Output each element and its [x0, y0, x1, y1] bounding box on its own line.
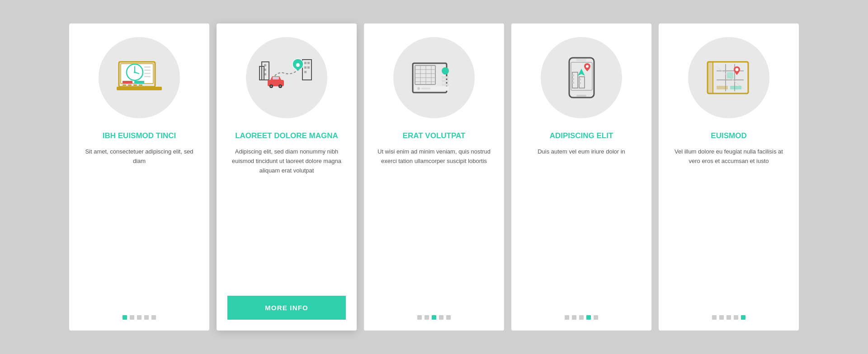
svg-rect-59: [572, 82, 574, 84]
laptop-clock-icon: [114, 57, 164, 98]
svg-rect-13: [144, 66, 151, 68]
card-5-title: EUISMOD: [711, 131, 746, 141]
svg-point-35: [279, 85, 281, 87]
card-3-footer: [375, 315, 493, 320]
card-5-dots: [712, 315, 745, 320]
card-4-icon-circle: [541, 37, 622, 118]
dot-3-1: [417, 315, 422, 320]
card-5: EUISMOD Vel illum dolore eu feugiat null…: [659, 23, 799, 331]
card-5-desc: Vel illum dolore eu feugiat nulla facili…: [670, 147, 788, 303]
svg-rect-26: [307, 62, 310, 64]
dot-5-5: [741, 315, 745, 320]
card-1: IBH EUISMOD TINCI Sit amet, consectetuer…: [69, 23, 209, 331]
card-2: LAOREET DOLORE MAGNA Adipiscing elit, se…: [217, 23, 357, 331]
more-info-button[interactable]: MORE INFO: [227, 296, 346, 320]
svg-point-29: [296, 63, 300, 67]
card-3-icon-circle: [393, 37, 475, 118]
dot-4-1: [565, 315, 569, 320]
svg-rect-8: [139, 84, 142, 86]
svg-point-45: [442, 67, 449, 75]
svg-rect-27: [307, 66, 310, 69]
svg-rect-58: [572, 78, 574, 80]
card-1-footer: [80, 315, 198, 320]
svg-rect-46: [442, 76, 449, 79]
dot-3-3: [432, 315, 436, 320]
card-1-dots: [123, 315, 156, 320]
svg-rect-47: [442, 80, 449, 82]
card-2-title: LAOREET DOLORE MAGNA: [235, 131, 338, 141]
svg-rect-14: [144, 70, 151, 71]
svg-rect-4: [134, 81, 144, 84]
card-4-desc: Duis autem vel eum iriure dolor in: [538, 147, 625, 303]
svg-rect-49: [415, 86, 449, 91]
card-2-desc: Adipiscing elit, sed diam nonummy nibh e…: [227, 147, 346, 283]
dot-4-5: [594, 315, 598, 320]
dot-3-5: [446, 315, 451, 320]
svg-rect-51: [421, 88, 430, 89]
svg-rect-15: [144, 73, 151, 74]
phone-map-icon: [557, 54, 606, 102]
svg-rect-6: [128, 84, 132, 86]
svg-rect-73: [727, 72, 733, 79]
card-3-title: ERAT VOLUTPAT: [403, 131, 466, 141]
map-book-icon: [703, 55, 755, 100]
svg-rect-76: [730, 86, 741, 89]
card-2-icon-circle: [246, 37, 327, 118]
card-5-footer: [670, 315, 788, 320]
svg-point-50: [417, 87, 420, 90]
svg-point-33: [270, 85, 272, 87]
svg-rect-55: [576, 95, 586, 97]
svg-point-64: [586, 65, 589, 68]
svg-rect-66: [708, 62, 713, 93]
svg-rect-52: [569, 58, 594, 98]
svg-rect-62: [579, 82, 581, 84]
dot-4-4: [586, 315, 591, 320]
svg-rect-5: [123, 84, 126, 86]
dot-1-1: [123, 315, 127, 320]
svg-rect-2: [117, 87, 162, 90]
dot-4-2: [572, 315, 576, 320]
card-3: ERAT VOLUTPAT Ut wisi enim ad minim veni…: [364, 23, 504, 331]
dot-3-4: [439, 315, 443, 320]
svg-rect-7: [133, 84, 137, 86]
card-3-desc: Ut wisi enim ad minim veniam, quis nostr…: [375, 147, 493, 303]
svg-rect-48: [442, 84, 449, 86]
navigation-car-icon: [255, 48, 318, 107]
svg-rect-57: [572, 75, 574, 76]
card-4-dots: [565, 315, 598, 320]
card-1-desc: Sit amet, consectetuer adipiscing elit, …: [80, 147, 198, 303]
svg-rect-54: [576, 59, 586, 61]
svg-marker-63: [578, 69, 585, 76]
card-4: ADIPISCING ELIT Duis autem vel eum iriur…: [511, 23, 651, 331]
svg-rect-23: [304, 62, 307, 64]
card-4-footer: [522, 315, 641, 320]
svg-rect-61: [579, 79, 581, 80]
card-4-title: ADIPISCING ELIT: [550, 131, 613, 141]
svg-rect-31: [273, 77, 279, 79]
svg-rect-3: [123, 81, 132, 84]
dot-5-3: [726, 315, 731, 320]
svg-rect-75: [717, 86, 728, 89]
svg-rect-16: [144, 76, 151, 77]
dot-1-5: [151, 315, 156, 320]
svg-point-74: [735, 68, 738, 71]
svg-rect-22: [302, 60, 311, 80]
svg-rect-25: [304, 71, 307, 73]
dot-1-2: [130, 315, 134, 320]
card-2-footer: MORE INFO: [227, 296, 346, 320]
card-3-dots: [417, 315, 451, 320]
card-1-icon-circle: [99, 37, 180, 118]
device-grid-icon: [409, 56, 459, 99]
cards-container: IBH EUISMOD TINCI Sit amet, consectetuer…: [66, 23, 802, 331]
dot-5-4: [734, 315, 738, 320]
dot-5-2: [719, 315, 724, 320]
dot-5-1: [712, 315, 717, 320]
card-5-icon-circle: [688, 37, 769, 118]
dot-4-3: [579, 315, 584, 320]
svg-rect-24: [304, 66, 307, 69]
card-1-title: IBH EUISMOD TINCI: [103, 131, 176, 141]
dot-3-2: [425, 315, 429, 320]
dot-1-4: [144, 315, 149, 320]
dot-1-3: [137, 315, 142, 320]
